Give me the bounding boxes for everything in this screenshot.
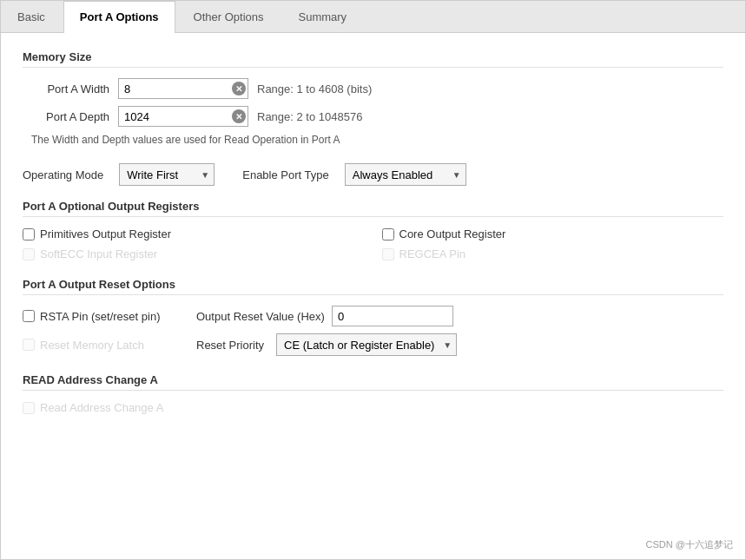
tab-basic[interactable]: Basic bbox=[1, 1, 62, 32]
watermark: CSDN @十六追梦记 bbox=[646, 538, 733, 551]
output-registers-section: Port A Optional Output Registers Primiti… bbox=[23, 200, 723, 260]
port-a-width-input[interactable] bbox=[118, 78, 248, 99]
softECC-row: SoftECC Input Register bbox=[23, 247, 365, 260]
output-reset-right: Output Reset Value (Hex) bbox=[196, 306, 453, 326]
REGCEA-row: REGCEA Pin bbox=[382, 247, 724, 260]
reset-options-section: Port A Output Reset Options RSTA Pin (se… bbox=[23, 278, 723, 356]
primitives-output-label: Primitives Output Register bbox=[40, 227, 171, 240]
enable-port-type-label: Enable Port Type bbox=[242, 168, 329, 181]
memory-size-title: Memory Size bbox=[23, 50, 723, 68]
operating-mode-label: Operating Mode bbox=[23, 168, 103, 181]
enable-port-type-select[interactable]: Always Enabled Use ENA Pin Use ENB Pin bbox=[345, 163, 466, 186]
reset-priority-right: Reset Priority CE (Latch or Register Ena… bbox=[196, 333, 457, 356]
output-reset-label: Output Reset Value (Hex) bbox=[196, 310, 325, 323]
operating-mode-select-wrapper: Write First Read First No Change ▼ bbox=[119, 163, 215, 186]
softECC-label: SoftECC Input Register bbox=[40, 247, 157, 260]
memory-size-section: Memory Size Port A Width ✕ Range: 1 to 4… bbox=[23, 50, 723, 146]
reset-priority-label: Reset Priority bbox=[196, 339, 264, 352]
port-a-width-label: Port A Width bbox=[23, 82, 109, 96]
primitives-output-checkbox[interactable] bbox=[23, 228, 35, 240]
rsta-checkbox[interactable] bbox=[23, 310, 35, 322]
rsta-checkbox-row: RSTA Pin (set/reset pin) bbox=[23, 310, 160, 323]
read-address-checkbox[interactable] bbox=[23, 402, 35, 414]
tab-other-options[interactable]: Other Options bbox=[177, 1, 281, 32]
rsta-label: RSTA Pin (set/reset pin) bbox=[40, 310, 160, 323]
rsta-row: RSTA Pin (set/reset pin) Output Reset Va… bbox=[23, 306, 723, 326]
operating-mode-row: Operating Mode Write First Read First No… bbox=[23, 163, 723, 186]
read-address-section: READ Address Change A Read Address Chang… bbox=[23, 373, 723, 414]
output-reset-input[interactable] bbox=[332, 306, 453, 326]
port-a-width-row: Port A Width ✕ Range: 1 to 4608 (bits) bbox=[23, 78, 723, 99]
port-a-depth-input-wrapper: ✕ bbox=[118, 106, 248, 127]
read-address-title: READ Address Change A bbox=[23, 373, 723, 391]
reset-memory-checkbox-row: Reset Memory Latch bbox=[23, 339, 144, 352]
tab-bar: Basic Port A Options Other Options Summa… bbox=[1, 1, 745, 33]
main-content: Memory Size Port A Width ✕ Range: 1 to 4… bbox=[1, 33, 745, 449]
rsta-left: RSTA Pin (set/reset pin) bbox=[23, 310, 196, 323]
port-a-depth-row: Port A Depth ✕ Range: 2 to 1048576 bbox=[23, 106, 723, 127]
reset-memory-left: Reset Memory Latch bbox=[23, 339, 196, 352]
memory-size-note: The Width and Depth values are used for … bbox=[31, 134, 723, 146]
core-output-row: Core Output Register bbox=[382, 227, 724, 240]
read-address-label: Read Address Change A bbox=[40, 401, 163, 414]
core-output-checkbox[interactable] bbox=[382, 228, 394, 240]
primitives-output-row: Primitives Output Register bbox=[23, 227, 365, 240]
softECC-checkbox[interactable] bbox=[23, 248, 35, 260]
tab-summary[interactable]: Summary bbox=[282, 1, 364, 32]
reset-priority-select[interactable]: CE (Latch or Register Enable) SR (Set/Re… bbox=[276, 333, 457, 356]
read-address-row: Read Address Change A bbox=[23, 401, 723, 414]
output-registers-grid: Primitives Output Register Core Output R… bbox=[23, 227, 723, 260]
reset-memory-checkbox[interactable] bbox=[23, 339, 35, 351]
enable-port-type-select-wrapper: Always Enabled Use ENA Pin Use ENB Pin ▼ bbox=[345, 163, 466, 186]
port-a-depth-label: Port A Depth bbox=[23, 110, 109, 123]
REGCEA-checkbox[interactable] bbox=[382, 248, 394, 260]
core-output-label: Core Output Register bbox=[399, 227, 506, 240]
port-a-depth-range: Range: 2 to 1048576 bbox=[257, 110, 362, 123]
output-registers-title: Port A Optional Output Registers bbox=[23, 200, 723, 217]
port-a-depth-clear-button[interactable]: ✕ bbox=[232, 109, 246, 123]
operating-mode-select[interactable]: Write First Read First No Change bbox=[119, 163, 215, 186]
REGCEA-label: REGCEA Pin bbox=[399, 247, 466, 260]
reset-options-title: Port A Output Reset Options bbox=[23, 278, 723, 295]
reset-priority-select-wrapper: CE (Latch or Register Enable) SR (Set/Re… bbox=[276, 333, 457, 356]
port-a-width-range: Range: 1 to 4608 (bits) bbox=[257, 82, 372, 96]
port-a-width-input-wrapper: ✕ bbox=[118, 78, 248, 99]
tab-port-a-options[interactable]: Port A Options bbox=[63, 1, 175, 33]
reset-memory-label: Reset Memory Latch bbox=[40, 339, 144, 352]
port-a-depth-input[interactable] bbox=[118, 106, 248, 127]
port-a-width-clear-button[interactable]: ✕ bbox=[232, 82, 246, 96]
reset-memory-row: Reset Memory Latch Reset Priority CE (La… bbox=[23, 333, 723, 356]
